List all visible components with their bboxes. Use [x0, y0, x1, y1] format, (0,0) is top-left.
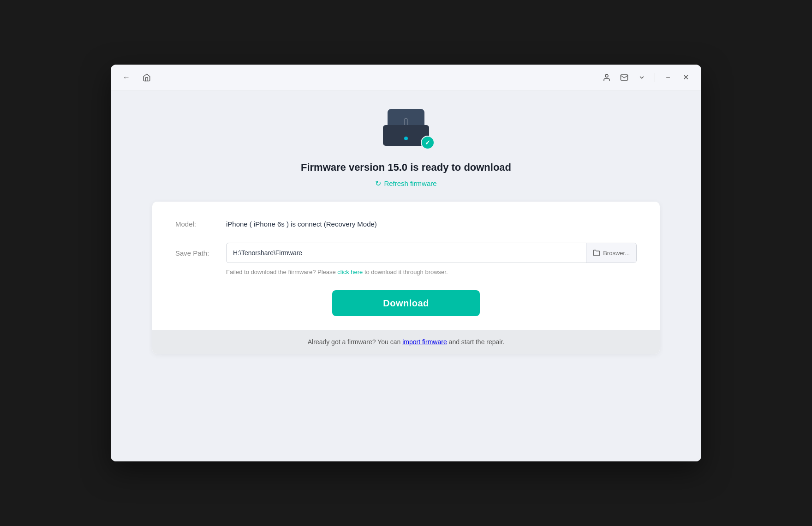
minimize-button[interactable]: −	[662, 71, 675, 84]
save-path-label: Save Path:	[175, 249, 226, 257]
content-area:  Firmware version 15.0 is ready to down…	[111, 90, 701, 461]
back-button[interactable]: ←	[120, 71, 133, 84]
divider	[655, 73, 655, 82]
click-here-link[interactable]: click here	[337, 269, 363, 275]
svg-point-0	[605, 74, 608, 77]
firmware-title: Firmware version 15.0 is ready to downlo…	[301, 161, 511, 173]
chevron-down-icon[interactable]	[635, 71, 648, 84]
home-button[interactable]	[140, 71, 153, 84]
chip-dot	[404, 137, 408, 140]
path-input-wrapper: Broswer...	[226, 243, 637, 263]
info-card: Model: iPhone ( iPhone 6s ) is connect (…	[152, 202, 660, 354]
mail-icon[interactable]	[618, 71, 631, 84]
close-button[interactable]: ✕	[679, 71, 692, 84]
browse-button[interactable]: Broswer...	[586, 243, 636, 263]
firmware-icon-area: 	[378, 109, 434, 150]
save-path-input[interactable]	[227, 249, 586, 257]
chip-icon: 	[378, 109, 434, 150]
import-firmware-link[interactable]: import firmware	[402, 338, 447, 346]
folder-icon	[593, 249, 600, 257]
card-footer: Already got a firmware? You can import f…	[152, 330, 660, 354]
check-badge	[421, 136, 435, 149]
title-bar-left: ←	[120, 71, 153, 84]
refresh-icon: ↻	[375, 179, 381, 188]
model-label: Model:	[175, 220, 226, 228]
model-value: iPhone ( iPhone 6s ) is connect (Recover…	[226, 220, 377, 228]
user-icon[interactable]	[600, 71, 613, 84]
save-path-row: Save Path: Broswer...	[175, 243, 637, 263]
app-window: ←	[111, 65, 701, 461]
title-bar-right: − ✕	[600, 71, 692, 84]
model-row: Model: iPhone ( iPhone 6s ) is connect (…	[175, 220, 637, 228]
download-button[interactable]: Download	[332, 290, 480, 316]
help-text: Failed to download the fiirmware? Please…	[226, 269, 637, 275]
refresh-firmware-link[interactable]: ↻ Refresh firmware	[375, 179, 436, 188]
title-bar: ←	[111, 65, 701, 90]
